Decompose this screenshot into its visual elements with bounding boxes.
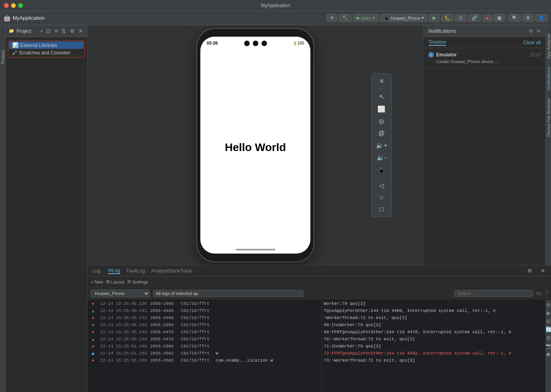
run-button[interactable]: ▶	[429, 14, 439, 22]
down-arrow-icon-2: ▼	[91, 316, 95, 320]
home-bar	[236, 249, 275, 250]
pointer-button[interactable]: ↖	[377, 92, 387, 101]
log-row-1: 12-14 15:25:40.241 2856-4460 C01719/ffrt	[99, 307, 322, 314]
attach-button[interactable]: 🔗	[468, 14, 481, 22]
diamond-icon: ◆	[92, 351, 95, 356]
profile-button[interactable]: ⏱	[455, 15, 467, 22]
clear-all-button[interactable]: Clear all	[523, 40, 541, 45]
main-layout: Project 📁 Project ▾ ⊡ ≡ ⇅ ⚙ ✕ 📊 External…	[0, 25, 551, 392]
tree-item-label: External Libraries	[20, 43, 57, 48]
log-toolbar: + New ⊞ Layout ⚙ Settings	[88, 276, 551, 287]
indicator-7: ◆	[88, 350, 99, 357]
cc-toggle[interactable]: Cc	[536, 291, 542, 296]
right-sidebar: App Analyzer Notifications Device File B…	[545, 25, 551, 265]
log-content: ▼ ▲ ▼ ▼ ▼ ▲ ▼ ◆ ▼ 12-14 15:25:40.236 285…	[88, 299, 551, 392]
log-row-6: 12-14 15:25:51.249 2856-2989 C01719/ffrt	[99, 343, 322, 350]
log-tab-prefix: Log:	[92, 268, 101, 274]
device-select[interactable]: Huawei_Phone	[91, 289, 150, 297]
phone-button[interactable]: 📱	[375, 165, 388, 174]
app-name-label: 🤖 MyApplication	[3, 14, 45, 22]
minimize-button[interactable]	[11, 3, 16, 8]
tree-item-external-libraries[interactable]: 📊 External Libraries	[9, 41, 84, 49]
window-controls[interactable]	[4, 3, 23, 8]
up-arrow-icon-2: ▲	[91, 337, 95, 342]
log-indicators: ▼ ▲ ▼ ▼ ▼ ▲ ▼ ◆ ▼	[88, 300, 99, 392]
layout-button[interactable]: ⊞ Layout	[106, 279, 124, 284]
tab-app-analyzer[interactable]: App Analyzer	[546, 33, 551, 59]
phone-battery: 🔋100	[293, 41, 304, 45]
device-controls: ≡ ↖ ⬜ ◎ @ 🔉+ 🔉- 📱 ◁ ○ □	[372, 73, 392, 217]
build-button[interactable]: 🔨	[339, 14, 351, 22]
account-button[interactable]: 👤	[535, 14, 548, 22]
panel-settings-btn[interactable]: ⚙	[69, 28, 76, 34]
log-search-input[interactable]	[454, 290, 533, 297]
debug-button[interactable]: 🐛	[441, 14, 454, 22]
at-button[interactable]: @	[376, 129, 387, 138]
bookmark-btn-5[interactable]: 🗑	[546, 335, 551, 341]
tab-timeline[interactable]: Timeline	[428, 39, 446, 46]
log-settings-btn[interactable]: ⚙	[526, 267, 533, 274]
project-panel-title: Project	[17, 28, 38, 34]
crop-button[interactable]: ⬜	[375, 105, 388, 114]
panel-close-btn[interactable]: ✕	[77, 28, 84, 34]
notif-emulator-title: Emulator	[436, 52, 527, 58]
divider-1	[377, 89, 385, 89]
notif-item-text[interactable]: Create Huawei_Phone device ...	[436, 59, 541, 64]
bookmark-btn-4[interactable]: 🔄	[545, 327, 551, 332]
sync-button[interactable]: ⟳	[327, 14, 337, 22]
new-button[interactable]: + New	[91, 280, 103, 284]
bookmark-btn-1[interactable]: ⊕	[546, 302, 551, 308]
bookmark-btn-7[interactable]: ⏺	[546, 351, 551, 357]
hello-world-text: Hello World	[225, 141, 286, 154]
regex-toggle[interactable]: .*	[545, 291, 548, 296]
panel-expand-btn[interactable]: ⇅	[60, 28, 67, 34]
log-row-8: 12-14 15:25:56.260 2856-4502 C01719/ffrt…	[99, 357, 322, 364]
tree-item-scratches[interactable]: 🖊 Scratches and Consoles	[9, 49, 84, 56]
log-msg-1: TQosApplyForOther:244 tid 4460, Interrup…	[322, 307, 545, 314]
coverage-button[interactable]: ▦	[494, 14, 505, 22]
menu-button[interactable]: ≡	[377, 77, 386, 86]
log-row-7: 12-14 15:25:51.255 2856-4502 C01719/ffrt…	[99, 350, 322, 357]
tab-device-file-browser[interactable]: Device File Browser	[546, 98, 551, 137]
bookmark-btn-3[interactable]: ⊞	[546, 318, 551, 324]
rotate-button[interactable]: ◎	[376, 117, 387, 126]
run-config-dropdown[interactable]: ▶ entry ▾	[353, 14, 378, 22]
bookmark-btn-6[interactable]: 📷	[545, 343, 551, 349]
home-button[interactable]: ○	[377, 193, 386, 202]
tab-analyze-stack-trace[interactable]: AnalyzeStackTrace	[151, 268, 192, 274]
notif-info-icon: i	[428, 52, 434, 58]
indicator-2: ▼	[88, 314, 99, 321]
tree-item-label: Scratches and Consoles	[19, 50, 70, 56]
tab-faultlog[interactable]: FaultLog	[127, 268, 145, 274]
indicator-3: ▼	[88, 321, 99, 329]
notifications-settings-icon[interactable]: ⚙	[529, 28, 533, 34]
back-button[interactable]: ◁	[377, 181, 386, 190]
tab-notifications[interactable]: Notifications	[546, 67, 551, 90]
log-close-btn[interactable]: ✕	[540, 267, 546, 274]
vol-up-button[interactable]: 🔉+	[374, 141, 390, 150]
bookmarks-sidebar: ⊕ ▶ ⊞ 🔄 🗑 📷 ⏺	[545, 300, 551, 392]
settings-button[interactable]: ⚙	[523, 14, 534, 22]
tab-hilog[interactable]: HiLog	[108, 268, 120, 274]
indicator-5: ▲	[88, 336, 99, 343]
log-msg-0: Worker:79 qos[3]	[322, 300, 545, 307]
log-msg-3: 68:IncWorker:79 qos[3]	[322, 321, 545, 329]
log-settings-toolbar-btn[interactable]: ⚙ Settings	[127, 279, 148, 284]
panel-collapse-btn[interactable]: ≡	[53, 28, 59, 34]
down-arrow-icon: ▼	[91, 302, 95, 306]
vol-down-button[interactable]: 🔉-	[374, 153, 389, 162]
maximize-button[interactable]	[18, 3, 23, 8]
recents-button[interactable]: □	[377, 205, 386, 214]
down-arrow-icon-4: ▼	[91, 330, 95, 334]
sidebar-project-label[interactable]: Project	[0, 49, 5, 65]
notifications-close-icon[interactable]: ✕	[536, 28, 541, 34]
close-button[interactable]	[4, 3, 9, 8]
log-filter-display[interactable]: All logs of selected ap	[153, 290, 303, 297]
stop-button[interactable]: ■	[482, 15, 492, 22]
log-row-3: 12-14 15:25:45.242 2856-2989 C01719/ffrt	[99, 321, 322, 329]
search-button[interactable]: 🔍	[508, 14, 521, 22]
phone-cameras	[244, 41, 267, 46]
panel-scope-btn[interactable]: ⊡	[45, 28, 52, 34]
device-dropdown[interactable]: 📱 Huawei_Phone ▾	[380, 14, 428, 22]
bookmark-btn-2[interactable]: ▶	[547, 310, 551, 316]
